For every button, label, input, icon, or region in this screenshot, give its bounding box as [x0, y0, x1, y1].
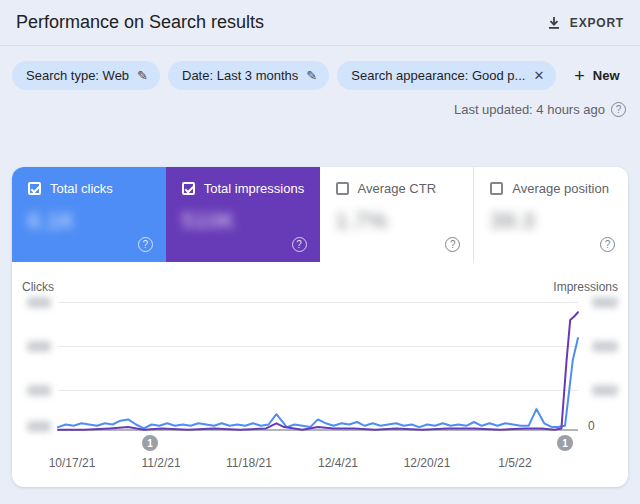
- close-icon[interactable]: ✕: [533, 69, 544, 82]
- export-label: EXPORT: [570, 16, 624, 30]
- help-icon[interactable]: ?: [445, 237, 460, 252]
- last-updated-text: Last updated: 4 hours ago: [454, 102, 605, 117]
- chip-date-range[interactable]: Date: Last 3 months ✎: [168, 61, 329, 90]
- metric-card-average-position[interactable]: Average position 39.3 ?: [473, 167, 628, 262]
- help-icon[interactable]: ?: [138, 237, 153, 252]
- metric-value-redacted: 6.1K: [28, 208, 152, 234]
- x-axis-tick: 12/20/21: [404, 456, 451, 470]
- metric-label: Total impressions: [204, 181, 304, 196]
- redacted-right-tick: [592, 297, 618, 308]
- metric-card-average-ctr[interactable]: Average CTR 1.7% ?: [320, 167, 474, 262]
- pencil-icon: ✎: [137, 69, 148, 82]
- chip-search-type[interactable]: Search type: Web ✎: [12, 61, 160, 90]
- x-axis-tick: 11/18/21: [226, 456, 272, 470]
- annotation-marker[interactable]: 1: [142, 435, 158, 451]
- checkbox-unchecked-icon[interactable]: [490, 182, 503, 195]
- checkbox-unchecked-icon[interactable]: [336, 182, 349, 195]
- x-axis-tick: 11/2/21: [141, 456, 180, 470]
- help-icon[interactable]: ?: [600, 237, 615, 252]
- chip-search-appearance[interactable]: Search appearance: Good p... ✕: [337, 61, 556, 90]
- chip-label: Search appearance: Good p...: [351, 68, 525, 83]
- redacted-left-tick: [27, 421, 51, 432]
- x-axis-tick: 10/17/21: [49, 456, 96, 470]
- chip-label: Date: Last 3 months: [182, 68, 298, 83]
- plot-area[interactable]: [58, 302, 578, 431]
- plus-icon: +: [574, 67, 585, 85]
- x-axis-tick: 1/5/22: [498, 456, 531, 470]
- x-axis-tick: 12/4/21: [318, 456, 358, 470]
- metric-card-total-clicks[interactable]: Total clicks 6.1K ?: [12, 167, 166, 262]
- chart-lines: [58, 302, 578, 431]
- checkbox-checked-icon[interactable]: [182, 182, 195, 195]
- last-updated-row: Last updated: 4 hours ago ?: [0, 102, 626, 117]
- pencil-icon: ✎: [306, 69, 317, 82]
- right-axis-title: Impressions: [553, 280, 618, 294]
- metric-value-redacted: 39.3: [490, 208, 614, 234]
- checkbox-checked-icon[interactable]: [28, 182, 41, 195]
- metric-card-total-impressions[interactable]: Total impressions 510K ?: [166, 167, 320, 262]
- redacted-right-tick: [592, 341, 618, 352]
- redacted-left-tick: [27, 297, 51, 308]
- redacted-left-tick: [27, 385, 51, 396]
- metric-label: Average position: [512, 181, 609, 196]
- right-axis-zero-label: 0: [588, 419, 595, 433]
- metric-label: Average CTR: [358, 181, 437, 196]
- new-filter-label: New: [593, 68, 620, 83]
- page-title: Performance on Search results: [16, 12, 547, 33]
- metric-ribbon: Total clicks 6.1K ? Total impressions 51…: [12, 167, 628, 262]
- redacted-left-tick: [27, 341, 51, 352]
- metric-label: Total clicks: [50, 181, 113, 196]
- left-axis-title: Clicks: [22, 280, 54, 294]
- metric-value-redacted: 510K: [182, 208, 306, 234]
- chip-label: Search type: Web: [26, 68, 129, 83]
- performance-chart: Clicks Impressions 0 1 1 10/17/21 11/2/2…: [12, 262, 628, 487]
- help-icon[interactable]: ?: [292, 237, 307, 252]
- help-icon[interactable]: ?: [611, 102, 626, 117]
- metric-value-redacted: 1.7%: [336, 208, 460, 234]
- performance-panel: Total clicks 6.1K ? Total impressions 51…: [12, 167, 628, 487]
- page-header: Performance on Search results EXPORT: [0, 0, 640, 46]
- filter-bar: Search type: Web ✎ Date: Last 3 months ✎…: [12, 61, 628, 90]
- export-button[interactable]: EXPORT: [547, 16, 624, 30]
- download-icon: [547, 16, 561, 30]
- new-filter-button[interactable]: + New: [574, 67, 619, 85]
- annotation-marker[interactable]: 1: [557, 435, 573, 451]
- redacted-right-tick: [592, 385, 618, 396]
